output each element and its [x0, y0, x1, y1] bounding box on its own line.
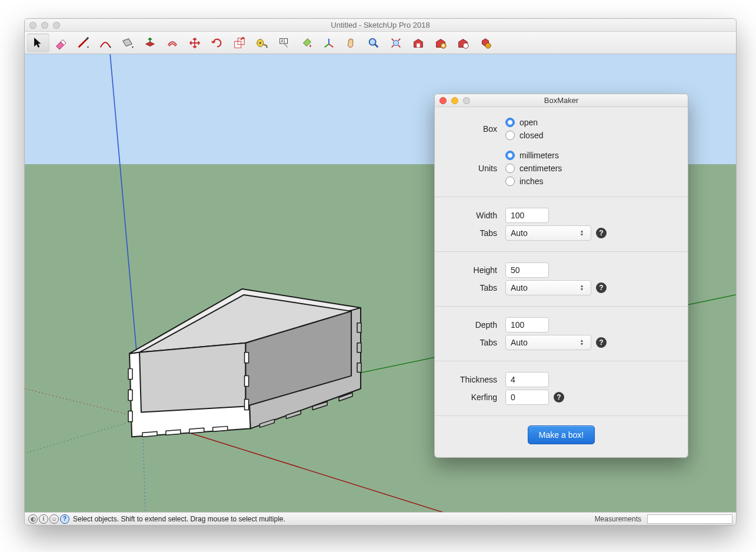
svg-point-15	[485, 43, 491, 48]
svg-rect-26	[245, 376, 249, 387]
svg-rect-27	[245, 399, 249, 410]
box-open-label: open	[519, 118, 538, 127]
units-cm-label: centimeters	[519, 164, 562, 173]
thickness-input[interactable]	[505, 372, 549, 387]
paint-bucket-tool-button[interactable]	[295, 34, 318, 52]
zoom-window-button[interactable]	[53, 22, 60, 29]
add-location-button[interactable]	[474, 34, 497, 52]
extension-warehouse-button[interactable]	[429, 34, 452, 52]
stepper-icon: ▲▼	[578, 284, 586, 291]
svg-rect-23	[128, 390, 132, 401]
svg-rect-25	[245, 353, 249, 363]
svg-line-18	[25, 389, 142, 418]
tape-measure-tool-button[interactable]: ▾	[251, 34, 273, 52]
box-closed-radio[interactable]: closed	[505, 131, 543, 140]
depth-tabs-select[interactable]: Auto ▲▼	[505, 335, 591, 350]
depth-tabs-value: Auto	[511, 338, 528, 347]
svg-text:▾: ▾	[266, 45, 268, 49]
credits-status-icon[interactable]: i	[39, 514, 48, 524]
select-tool-button[interactable]	[27, 34, 49, 52]
units-in-radio[interactable]: inches	[505, 177, 562, 186]
eraser-tool-button[interactable]	[49, 34, 72, 52]
dialog-zoom-button[interactable]	[463, 97, 470, 104]
width-tabs-label: Tabs	[448, 228, 505, 238]
width-label: Width	[448, 211, 505, 220]
measurements-input[interactable]	[647, 514, 732, 524]
radio-checked-icon	[505, 118, 515, 127]
scale-tool-button[interactable]	[228, 34, 251, 52]
height-tabs-select[interactable]: Auto ▲▼	[505, 280, 591, 295]
radio-unchecked-icon	[505, 164, 515, 173]
minimize-window-button[interactable]	[41, 22, 48, 29]
svg-rect-29	[357, 343, 361, 353]
stepper-icon: ▲▼	[578, 230, 586, 237]
svg-line-20	[25, 418, 142, 453]
units-label: Units	[448, 164, 505, 173]
units-mm-label: millimeters	[519, 151, 559, 160]
height-tabs-label: Tabs	[448, 283, 505, 292]
svg-rect-24	[128, 411, 132, 421]
units-mm-radio[interactable]: millimeters	[505, 151, 562, 160]
help-icon[interactable]: ?	[596, 282, 607, 293]
text-tool-button[interactable]: A1	[273, 34, 295, 52]
layers-button[interactable]	[452, 34, 474, 52]
help-icon[interactable]: ?	[554, 392, 564, 403]
offset-tool-button[interactable]	[161, 34, 184, 52]
svg-text:A1: A1	[281, 39, 286, 43]
rotate-tool-button[interactable]	[206, 34, 228, 52]
3d-warehouse-button[interactable]	[407, 34, 429, 52]
profile-status-icon[interactable]: ☺	[49, 514, 59, 524]
help-status-icon[interactable]: ?	[60, 514, 69, 524]
window-controls	[29, 22, 60, 29]
dialog-titlebar: BoxMaker	[435, 94, 688, 107]
zoom-tool-button[interactable]	[362, 34, 385, 52]
width-tabs-value: Auto	[511, 228, 528, 238]
svg-point-14	[463, 43, 468, 48]
make-box-button[interactable]: Make a box!	[528, 425, 595, 444]
stepper-icon: ▲▼	[578, 339, 586, 346]
axes-tool-button[interactable]	[318, 34, 340, 52]
main-toolbar: ▾ ▾ ▾ ▾ A1	[25, 32, 736, 54]
dialog-close-button[interactable]	[439, 97, 447, 104]
help-icon[interactable]: ?	[596, 228, 607, 238]
pan-tool-button[interactable]	[340, 34, 362, 52]
close-window-button[interactable]	[29, 22, 36, 29]
rectangle-tool-button[interactable]: ▾	[116, 34, 139, 52]
svg-rect-22	[128, 369, 132, 380]
svg-text:▾: ▾	[132, 45, 134, 49]
move-tool-button[interactable]	[184, 34, 206, 52]
zoom-extents-tool-button[interactable]	[385, 34, 407, 52]
svg-text:▾: ▾	[109, 45, 111, 49]
height-label: Height	[448, 265, 505, 275]
measurements-label: Measurements	[595, 515, 641, 523]
status-icons: ◐ i ☺ ?	[28, 514, 69, 524]
box-label: Box	[448, 124, 505, 134]
width-tabs-select[interactable]: Auto ▲▼	[505, 225, 591, 241]
titlebar: Untitled - SketchUp Pro 2018	[25, 19, 736, 32]
dialog-minimize-button[interactable]	[451, 97, 458, 104]
status-bar: ◐ i ☺ ? Select objects. Shift to extend …	[25, 512, 736, 525]
push-pull-tool-button[interactable]	[139, 34, 161, 52]
height-input[interactable]	[505, 262, 549, 278]
geolocation-status-icon[interactable]: ◐	[28, 514, 38, 524]
radio-checked-icon	[505, 151, 515, 160]
thickness-label: Thickness	[448, 375, 505, 384]
line-tool-button[interactable]: ▾	[72, 34, 94, 52]
svg-text:▾: ▾	[87, 45, 89, 49]
help-icon[interactable]: ?	[596, 337, 607, 348]
depth-input[interactable]	[505, 317, 549, 332]
svg-point-6	[259, 42, 261, 44]
width-input[interactable]	[505, 208, 549, 223]
arc-tool-button[interactable]: ▾	[94, 34, 116, 52]
box-open-radio[interactable]: open	[505, 118, 543, 127]
units-cm-radio[interactable]: centimeters	[505, 164, 562, 173]
units-in-label: inches	[519, 177, 543, 186]
dialog-title: BoxMaker	[435, 96, 688, 105]
box-closed-label: closed	[519, 131, 543, 140]
window-title: Untitled - SketchUp Pro 2018	[25, 21, 736, 29]
boxmaker-dialog: BoxMaker Box open closed	[434, 94, 688, 458]
radio-unchecked-icon	[505, 131, 515, 140]
kerfing-input[interactable]	[505, 390, 549, 405]
kerfing-label: Kerfing	[448, 393, 505, 402]
radio-unchecked-icon	[505, 177, 515, 186]
